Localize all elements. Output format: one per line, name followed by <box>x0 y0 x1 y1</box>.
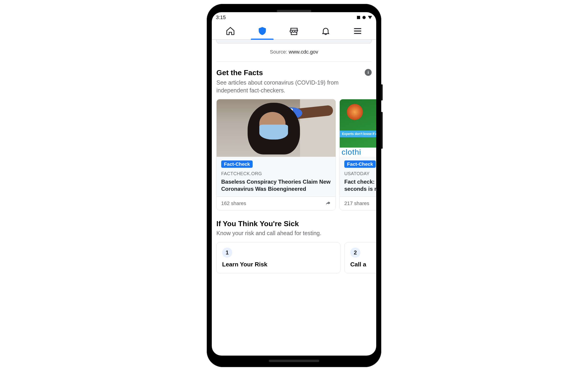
wellness-tab[interactable] <box>246 23 278 39</box>
home-tab[interactable] <box>215 23 246 39</box>
card-source: FACTCHECK.ORG <box>221 171 331 176</box>
menu-tab[interactable] <box>342 23 373 39</box>
menu-icon <box>353 26 362 36</box>
source-line: Source: www.cdc.gov <box>216 49 372 62</box>
card-shares: 217 shares <box>344 200 369 207</box>
marketplace-tab[interactable] <box>278 23 310 39</box>
bell-icon <box>321 26 331 36</box>
home-icon <box>226 26 235 36</box>
card-headline: Fact check: Holding your breath for 10 s… <box>344 178 376 192</box>
share-icon[interactable] <box>325 200 331 207</box>
thumb-banner: Experts don't know if coronavirus is tra… <box>340 131 376 137</box>
phone-side-button <box>381 84 383 100</box>
fact-card[interactable]: Fact-Check FACTCHECK.ORG Baseless Conspi… <box>216 99 336 210</box>
status-time: 3:15 <box>216 14 226 21</box>
step-card[interactable]: 1 Learn Your Risk <box>216 242 340 273</box>
status-icons <box>357 16 372 19</box>
screen: 3:15 <box>212 12 376 356</box>
sick-subtitle: Know your risk and call ahead for testin… <box>216 229 372 237</box>
fact-card[interactable]: Experts don't know if coronavirus is tra… <box>339 99 376 210</box>
learn-more-button[interactable]: Learn More <box>216 40 372 44</box>
source-domain: www.cdc.gov <box>289 49 318 55</box>
step-title: Call a <box>350 261 376 268</box>
fact-check-badge: Fact-Check <box>221 160 253 168</box>
step-number: 2 <box>350 248 360 258</box>
facts-header: Get the Facts i <box>216 68 372 77</box>
phone-frame: 3:15 <box>207 4 381 367</box>
status-square-icon <box>357 16 360 19</box>
info-icon[interactable]: i <box>365 69 372 76</box>
step-title: Learn Your Risk <box>222 261 335 268</box>
marketplace-icon <box>289 26 299 36</box>
card-headline: Baseless Conspiracy Theories Claim New C… <box>221 178 331 192</box>
status-bar: 3:15 <box>212 12 376 23</box>
card-thumbnail: Experts don't know if coronavirus is tra… <box>340 99 376 157</box>
card-thumbnail <box>217 99 336 157</box>
step-number: 1 <box>222 248 232 258</box>
phone-home-bar <box>269 360 319 362</box>
source-prefix: Source: <box>270 49 289 55</box>
step-card[interactable]: 2 Call a <box>345 242 376 273</box>
fact-check-badge: Fact-Check <box>344 160 376 168</box>
card-shares: 162 shares <box>221 200 246 207</box>
thumb-cloth-text: clothi <box>342 148 361 156</box>
learn-more-label: Learn More <box>279 40 310 41</box>
notifications-tab[interactable] <box>310 23 342 39</box>
sick-heading: If You Think You're Sick <box>216 219 372 228</box>
card-source: USATODAY <box>344 171 376 176</box>
heart-shield-icon <box>257 26 267 36</box>
facts-subtitle: See articles about coronavirus (COVID-19… <box>216 79 372 95</box>
content-area[interactable]: Learn More Source: www.cdc.gov Get the F… <box>212 40 376 356</box>
status-circle-icon <box>362 16 366 19</box>
top-nav <box>212 23 376 40</box>
steps-carousel[interactable]: 1 Learn Your Risk 2 Call a <box>216 242 376 273</box>
facts-carousel[interactable]: Fact-Check FACTCHECK.ORG Baseless Conspi… <box>216 99 376 210</box>
sick-section: If You Think You're Sick Know your risk … <box>216 219 372 273</box>
facts-heading: Get the Facts <box>216 68 362 77</box>
status-triangle-icon <box>368 16 372 19</box>
phone-speaker <box>277 10 311 12</box>
phone-side-button <box>381 112 383 149</box>
